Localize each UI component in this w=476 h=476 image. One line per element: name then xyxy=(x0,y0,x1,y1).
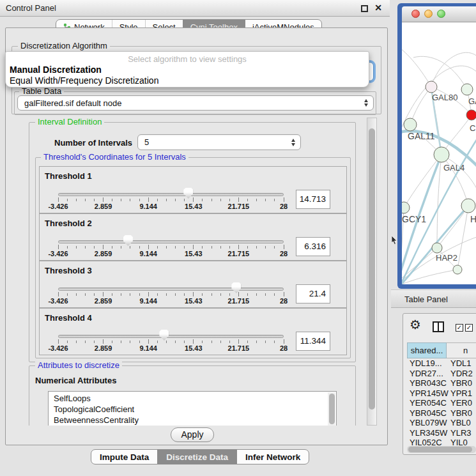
mac-minimize-icon[interactable] xyxy=(424,10,433,18)
list-item[interactable]: SelfLoops xyxy=(49,392,336,404)
list-item[interactable]: TopologicalCoefficient xyxy=(49,404,336,415)
network-node-label: GA xyxy=(468,96,476,106)
network-node xyxy=(432,243,442,253)
slider-ticks xyxy=(58,197,284,202)
interval-definition-group-title: Interval Definition xyxy=(35,118,104,127)
network-node xyxy=(453,265,462,274)
float-window-icon[interactable] xyxy=(361,5,368,12)
mouse-cursor xyxy=(391,236,398,245)
table-data-group-title: Table Data xyxy=(19,87,64,96)
checkbox-icon[interactable]: ✓ xyxy=(465,324,473,332)
threshold-label: Threshold 2 xyxy=(45,219,92,228)
slider-tick-labels: -3.4262.8599.14415.4321.71528 xyxy=(58,297,284,305)
tab-discretize-data[interactable]: Discretize Data xyxy=(157,450,236,464)
table-horizontal-scrollbar[interactable] xyxy=(407,446,476,453)
control-panel-titlebar: Control Panel ✕ xyxy=(0,0,390,17)
dropdown-option-manual-discretization[interactable]: Manual Discretization xyxy=(6,64,369,75)
slider-ticks xyxy=(58,339,284,344)
control-panel-title: Control Panel xyxy=(6,3,56,13)
node-table: shared... n YDL19...YDL1YDR27...YDR2YBR0… xyxy=(407,342,476,448)
table-row[interactable]: YBR043CYBR0 xyxy=(407,378,476,388)
table-panel: ⚙ ✓ ✓ shared... n YDL19...YDL1YDR27...YD… xyxy=(403,313,476,455)
slider-track[interactable] xyxy=(58,240,284,243)
settings-scroll-area: Interval Definition Number of Intervals … xyxy=(12,118,367,426)
slider-tick-labels: -3.4262.8599.14415.4321.71528 xyxy=(58,203,284,210)
apply-button[interactable]: Apply xyxy=(171,427,214,442)
table-row[interactable]: YPR145WYPR1 xyxy=(407,388,476,399)
network-node xyxy=(461,199,475,213)
number-of-intervals-combobox[interactable]: 5 xyxy=(137,134,301,150)
numerical-attributes-label: Numerical Attributes xyxy=(35,376,116,385)
table-row[interactable]: YER054CYER0 xyxy=(407,398,476,408)
network-node-label: HAP2 xyxy=(436,253,457,263)
attributes-group-title: Attributes to discretize xyxy=(35,361,122,370)
network-canvas[interactable]: GAL80GACGAL11GAL4GCY1HHAP2 xyxy=(402,22,476,284)
network-canvas-svg: GAL80GACGAL11GAL4GCY1HHAP2 xyxy=(402,22,476,284)
threshold-label: Threshold 3 xyxy=(45,266,92,275)
table-data-combobox[interactable]: galFiltered.sif default node xyxy=(17,95,374,111)
dropdown-option-equal-width[interactable]: Equal Width/Frequency Discretization xyxy=(6,75,369,86)
network-window-titlebar xyxy=(402,6,476,22)
tab-impute-data[interactable]: Impute Data xyxy=(91,450,157,464)
network-node xyxy=(402,202,410,213)
settings-scrollbar[interactable] xyxy=(367,118,377,426)
network-node xyxy=(404,118,417,131)
threshold-panel-3: Threshold 3 -3.4262.8599.14415.4321.7152… xyxy=(39,261,347,308)
table-body: YDL19...YDL1YDR27...YDR2YBR043CYBR0YPR14… xyxy=(407,358,476,448)
slider-ticks xyxy=(58,292,284,296)
threshold-label: Threshold 1 xyxy=(45,171,92,181)
threshold-value-field[interactable]: 14.713 xyxy=(296,190,330,209)
table-row[interactable]: YBR045CYBR0 xyxy=(407,408,476,418)
network-node-label: C xyxy=(470,123,475,133)
threshold-value-field[interactable]: 11.344 xyxy=(296,332,330,351)
slider-track[interactable] xyxy=(58,335,284,338)
algorithm-dropdown-popup: Select algorithm to view settings Manual… xyxy=(5,51,369,88)
dropdown-placeholder-item: Select algorithm to view settings xyxy=(6,52,369,64)
columns-icon[interactable] xyxy=(433,321,444,332)
table-row[interactable]: YDR27...YDR2 xyxy=(407,369,476,379)
combo-stepper-icon[interactable] xyxy=(291,139,295,146)
numerical-attributes-list: SelfLoops TopologicalCoefficient Between… xyxy=(48,391,337,426)
slider-tick-labels: -3.4262.8599.14415.4321.71528 xyxy=(58,250,284,257)
application-window: Control Panel ✕ Network Style Select Cyn… xyxy=(0,0,476,476)
table-row[interactable]: YDL19...YDL1 xyxy=(407,358,476,369)
tab-infer-network[interactable]: Infer Network xyxy=(236,450,309,464)
network-node-label: GCY1 xyxy=(402,214,426,224)
scrollbar-thumb[interactable] xyxy=(369,128,375,410)
network-node-label: GAL80 xyxy=(432,93,457,102)
column-header-shared-name[interactable]: shared... xyxy=(407,342,447,358)
checkbox-icon[interactable]: ✓ xyxy=(456,324,463,332)
network-node-label: H xyxy=(470,214,476,224)
mac-close-icon[interactable] xyxy=(411,10,420,18)
slider-ticks xyxy=(58,245,284,249)
list-scrollbar[interactable] xyxy=(328,392,335,426)
table-row[interactable]: YLR345WYLR3 xyxy=(407,428,476,438)
table-panel-title: Table Panel xyxy=(404,295,448,304)
close-icon[interactable]: ✕ xyxy=(374,3,382,13)
column-header-name[interactable]: n xyxy=(447,342,476,358)
threshold-panel-1: Threshold 1 -3.4262.8599.14415.4321.7152… xyxy=(39,166,347,213)
threshold-value-field[interactable]: 6.316 xyxy=(296,237,330,256)
scrollbar-thumb[interactable] xyxy=(408,447,472,452)
combo-stepper-icon[interactable] xyxy=(364,99,368,107)
threshold-value-field[interactable]: 21.4 xyxy=(296,284,330,303)
network-node-label: GAL11 xyxy=(408,131,435,141)
number-of-intervals-label: Number of Intervals xyxy=(54,138,132,148)
network-node xyxy=(426,81,437,93)
bottom-tabbar: Impute Data Discretize Data Infer Networ… xyxy=(91,449,309,464)
slider-tick-labels: -3.4262.8599.14415.4321.71528 xyxy=(58,344,284,352)
list-item[interactable]: BetweennessCentrality xyxy=(49,415,336,426)
gear-icon[interactable]: ⚙ xyxy=(410,318,421,331)
discretization-algorithm-group-title: Discretization Algorithm xyxy=(18,42,110,50)
threshold-panel-2: Threshold 2 -3.4262.8599.14415.4321.7152… xyxy=(39,213,347,261)
network-node-label: GAL4 xyxy=(443,163,464,173)
slider-track[interactable] xyxy=(58,288,284,291)
threshold-panel-4: Threshold 4 -3.4262.8599.14415.4321.7152… xyxy=(39,308,347,355)
mac-zoom-icon[interactable] xyxy=(437,10,445,18)
threshold-label: Threshold 4 xyxy=(45,313,92,323)
network-node xyxy=(466,110,476,120)
network-view-window: GAL80GACGAL11GAL4GCY1HHAP2 xyxy=(397,3,476,289)
slider-track[interactable] xyxy=(58,193,284,196)
network-node xyxy=(434,147,449,162)
table-row[interactable]: YBL079WYBL0 xyxy=(407,418,476,428)
